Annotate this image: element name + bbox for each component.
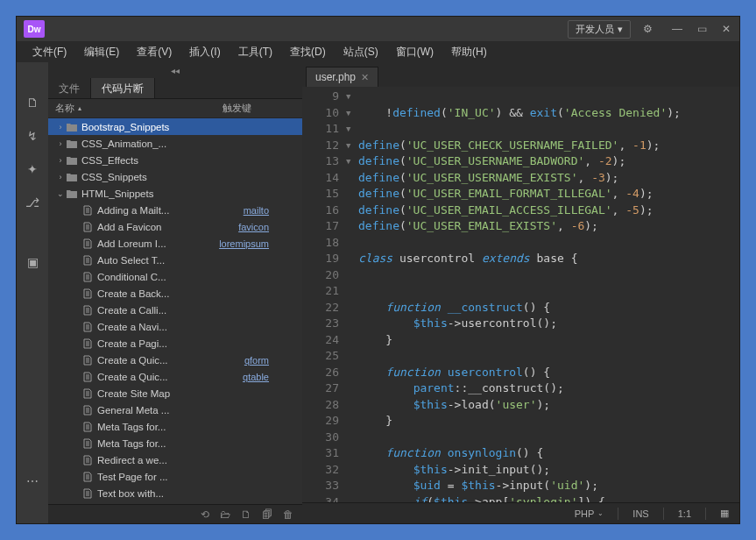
insert-mode[interactable]: INS: [632, 508, 648, 519]
trigger-key[interactable]: favicon: [238, 222, 295, 232]
tree-item-label: Auto Select T...: [97, 255, 165, 266]
main-area: 🗋 ↯ ✦ ⎇ ▣ ⋯ ◂◂ 文件代码片断 名称 ▴ 触发键 ›Bootstra…: [17, 62, 739, 523]
line-number-gutter: 9101112131415161718192021222324252627282…: [302, 87, 346, 502]
code-editor[interactable]: 9101112131415161718192021222324252627282…: [302, 87, 739, 502]
fold-marker[interactable]: ▼: [346, 89, 358, 105]
tree-item-label: Text box with...: [97, 488, 164, 499]
tree-file[interactable]: Create a Quic...qtable: [48, 368, 302, 385]
tree-file[interactable]: Conditional C...: [48, 268, 302, 285]
tree-file[interactable]: Redirect a we...: [48, 451, 302, 468]
tree-file[interactable]: Create a Calli...: [48, 302, 302, 318]
tree-file[interactable]: Adding a Mailt...mailto: [48, 202, 302, 218]
tree-folder[interactable]: ›CSS_Effects: [48, 152, 302, 168]
menu-item[interactable]: 查找(D): [281, 43, 335, 61]
titlebar[interactable]: Dw 开发人员 ▾ ⚙ — ▭ ✕: [17, 17, 739, 41]
edit-snippet-icon[interactable]: 🗐: [262, 508, 272, 521]
sync-settings-icon[interactable]: ⚙: [641, 23, 654, 35]
tree-item-label: Bootstrap_Snippets: [81, 122, 169, 132]
tree-file[interactable]: Create a Pagi...: [48, 335, 302, 352]
file-manage-icon[interactable]: 🗋: [24, 94, 41, 111]
cursor-position: 1:1: [678, 508, 691, 519]
disclosure-arrow-icon[interactable]: ›: [55, 139, 66, 148]
tree-file[interactable]: Add Loreum I...loremipsum: [48, 235, 302, 252]
side-panel: ◂◂ 文件代码片断 名称 ▴ 触发键 ›Bootstrap_Snippets›C…: [48, 62, 302, 523]
menu-item[interactable]: 帮助(H): [442, 43, 496, 61]
file-icon: [81, 321, 94, 333]
disclosure-arrow-icon[interactable]: ›: [55, 173, 66, 181]
column-trigger-label: 触发键: [178, 102, 295, 115]
tree-file[interactable]: Meta Tags for...: [48, 418, 302, 435]
tree-file[interactable]: Create a Back...: [48, 285, 302, 302]
panel-tab[interactable]: 代码片断: [91, 78, 155, 98]
maximize-button[interactable]: ▭: [696, 23, 708, 35]
fold-marker[interactable]: ▼: [346, 138, 358, 154]
close-button[interactable]: ✕: [720, 23, 732, 35]
extract-icon[interactable]: ↯: [24, 127, 41, 145]
minimize-button[interactable]: —: [671, 23, 683, 35]
more-tools-icon[interactable]: ⋯: [24, 472, 41, 490]
statusbar: PHP ⌄ INS 1:1 ▦: [302, 502, 739, 523]
tree-item-label: Meta Tags for...: [97, 438, 166, 449]
tree-file[interactable]: Meta Tags for...: [48, 435, 302, 451]
disclosure-arrow-icon[interactable]: ⌄: [55, 189, 66, 198]
disclosure-arrow-icon[interactable]: ›: [55, 156, 66, 165]
tree-file[interactable]: Test Page for ...: [48, 468, 302, 485]
tree-folder[interactable]: ›CSS_Snippets: [48, 168, 302, 185]
menu-item[interactable]: 工具(T): [230, 43, 281, 61]
workspace-switcher[interactable]: 开发人员 ▾: [568, 20, 631, 39]
new-snippet-icon[interactable]: 🗋: [241, 508, 251, 521]
workspace-label: 开发人员: [576, 23, 614, 36]
menu-item[interactable]: 文件(F): [24, 43, 75, 61]
tree-file[interactable]: Text box with...: [48, 485, 302, 501]
menu-item[interactable]: 插入(I): [180, 43, 229, 61]
menu-item[interactable]: 站点(S): [335, 43, 387, 61]
disclosure-arrow-icon[interactable]: ›: [55, 123, 66, 131]
tree-file[interactable]: Auto Select T...: [48, 252, 302, 268]
trigger-key[interactable]: mailto: [244, 205, 295, 216]
tree-folder[interactable]: ›Bootstrap_Snippets: [48, 118, 302, 135]
panel-tab[interactable]: 文件: [48, 78, 91, 98]
tree-item-label: Conditional C...: [97, 272, 166, 282]
sync-icon[interactable]: ⟲: [201, 508, 209, 521]
menu-item[interactable]: 查看(V): [128, 43, 180, 61]
file-tab[interactable]: user.php ✕: [306, 67, 378, 87]
tree-file[interactable]: Create a Quic...qform: [48, 352, 302, 368]
tree-file[interactable]: Add a Faviconfavicon: [48, 218, 302, 235]
tree-folder[interactable]: ›CSS_Animation_...: [48, 135, 302, 152]
code-content[interactable]: !defined('IN_UC') && exit('Access Denied…: [358, 87, 739, 502]
snippets-tree[interactable]: ›Bootstrap_Snippets›CSS_Animation_...›CS…: [48, 118, 302, 504]
tree-file[interactable]: General Meta ...: [48, 401, 302, 418]
chevron-down-icon: ▾: [618, 24, 623, 35]
sort-up-icon[interactable]: ▴: [78, 104, 81, 112]
menu-item[interactable]: 编辑(E): [75, 43, 128, 61]
tree-item-label: CSS_Snippets: [81, 172, 147, 182]
file-icon: [81, 238, 94, 250]
folder-icon: [66, 154, 78, 167]
fold-gutter[interactable]: ▼▼▼▼▼: [346, 87, 358, 502]
css-designer-icon[interactable]: ✦: [24, 160, 41, 178]
trigger-key[interactable]: loremipsum: [219, 238, 295, 249]
preview-icon[interactable]: ▦: [720, 508, 729, 519]
chevron-down-icon: ⌄: [597, 509, 604, 517]
language-selector[interactable]: PHP ⌄: [575, 508, 604, 519]
panel-columns-header: 名称 ▴ 触发键: [48, 99, 302, 118]
menu-item[interactable]: 窗口(W): [387, 43, 442, 61]
tree-file[interactable]: Create a Navi...: [48, 318, 302, 335]
menubar: 文件(F)编辑(E)查看(V)插入(I)工具(T)查找(D)站点(S)窗口(W)…: [17, 41, 739, 62]
column-name-label: 名称: [55, 102, 74, 115]
fold-marker[interactable]: ▼: [346, 121, 358, 138]
delete-icon[interactable]: 🗑: [283, 508, 293, 521]
snippet-icon[interactable]: ▣: [24, 253, 41, 271]
panel-collapse-handle[interactable]: ◂◂: [48, 62, 302, 78]
git-icon[interactable]: ⎇: [24, 194, 41, 211]
tree-item-label: Create a Quic...: [97, 372, 168, 382]
tree-file[interactable]: Create Site Map: [48, 385, 302, 401]
trigger-key[interactable]: qform: [244, 355, 295, 366]
fold-marker[interactable]: ▼: [346, 153, 358, 170]
tree-item-label: Meta Tags for...: [97, 422, 166, 432]
tree-folder[interactable]: ⌄HTML_Snippets: [48, 185, 302, 202]
new-folder-icon[interactable]: 🗁: [220, 508, 230, 521]
close-tab-icon[interactable]: ✕: [361, 72, 369, 83]
trigger-key[interactable]: qtable: [243, 372, 295, 382]
fold-marker[interactable]: ▼: [346, 105, 358, 122]
